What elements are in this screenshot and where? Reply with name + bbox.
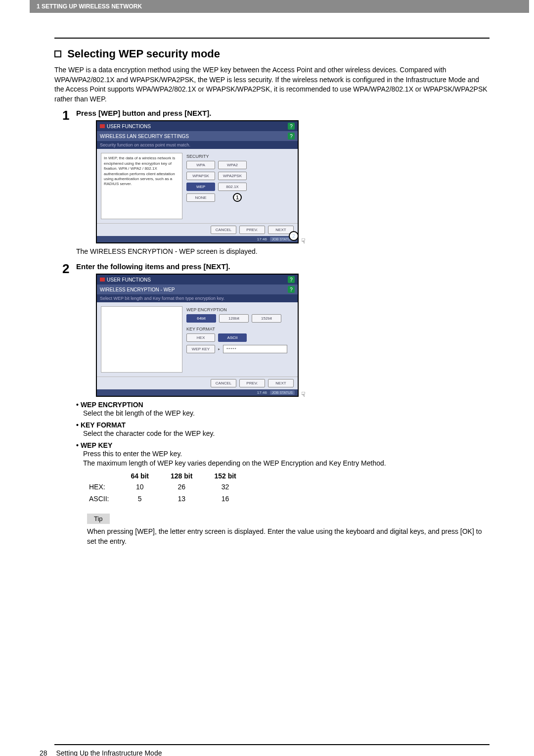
job-status-button[interactable]: JOB STATUS [270,390,295,395]
key-format-label: KEY FORMAT [186,327,294,331]
wep-key-text-2: The maximum length of WEP key varies dep… [83,459,490,468]
step-2-number: 2 [62,262,76,546]
help-icon[interactable]: ? [288,133,295,140]
chevron-right-icon: ▸ [218,347,220,351]
wep-encryption-label: WEP ENCRYPTION [186,307,294,312]
hex-152: 32 [203,481,247,493]
footer-title: Setting Up the Infrastructure Mode [56,749,162,756]
section-title: Selecting WEP security mode [54,47,490,60]
wep-encryption-screen: USER FUNCTIONS ? WIRELESS ENCRYPTION - W… [96,274,299,397]
wep-key-length-table: 64 bit 128 bit 152 bit HEX: 10 26 32 ASC… [89,471,247,505]
ascii-64: 5 [120,493,160,505]
screen-footer: CANCEL PREV. NEXT [97,377,298,389]
screen-left-blank [101,306,182,373]
row-ascii-label: ASCII: [89,493,120,505]
status-time: 17:46 [257,390,267,395]
prev-button[interactable]: PREV. [239,226,265,234]
page-footer: 28 Setting Up the Infrastructure Mode [40,749,534,756]
wep-key-heading: WEP KEY [81,441,112,449]
screen-titlebar: USER FUNCTIONS ? [97,275,298,284]
hex-128: 26 [160,481,203,493]
table-row: HEX: 10 26 32 [89,481,247,493]
list-item: •WEP KEY Press this to enter the WEP key… [76,441,490,468]
row-hex-label: HEX: [89,481,120,493]
ascii-button[interactable]: ASCII [218,333,247,342]
help-icon[interactable]: ? [288,276,295,283]
hex-button[interactable]: HEX [186,333,215,342]
security-label: SECURITY [186,154,294,159]
enc-64bit-button[interactable]: 64bit [186,314,216,323]
bullet-icon: • [76,401,79,409]
template-icon [100,124,105,128]
enc-128bit-button[interactable]: 128bit [219,314,249,323]
key-format-heading: KEY FORMAT [81,421,126,429]
step-1: 1 Press [WEP] button and press [NEXT]. U… [62,109,490,257]
wep-encryption-text: Select the bit length of the WEP key. [83,409,490,418]
wpa-button[interactable]: WPA [186,161,215,169]
hand-pointer-icon: ☟ [301,237,306,245]
security-settings-screen: USER FUNCTIONS ? WIRELESS LAN SECURITY S… [96,120,299,243]
table-row: ASCII: 5 13 16 [89,493,247,505]
none-button[interactable]: NONE [186,193,215,202]
hand-pointer-icon: ☟ [301,390,306,398]
screen-subbar: WIRELESS LAN SECURITY SETTINGS ? [97,131,298,141]
wep-button[interactable]: WEP [186,183,215,191]
col-152bit: 152 bit [203,471,247,481]
ascii-152: 16 [203,493,247,505]
screen-subbar: WIRELESS ENCRYPTION - WEP ? [97,284,298,294]
bullet-icon: • [76,421,79,429]
prev-button[interactable]: PREV. [239,379,265,387]
list-item: •KEY FORMAT Select the character code fo… [76,421,490,438]
callout-2-icon: 2 [289,231,299,241]
table-header-row: 64 bit 128 bit 152 bit [89,471,247,481]
breadcrumb: 1 SETTING UP WIRELESS NETWORK [37,3,142,10]
tip-text: When pressing [WEP], the letter entry sc… [87,527,490,546]
enc-152bit-button[interactable]: 152bit [252,314,281,323]
ascii-128: 13 [160,493,203,505]
cancel-button[interactable]: CANCEL [211,379,236,387]
screen-subtitle: WIRELESS LAN SECURITY SETTINGS [100,134,189,139]
wep-key-text-1: Press this to enter the WEP key. [83,449,490,459]
screen-titlebar: USER FUNCTIONS ? [97,121,298,131]
wpapsk-button[interactable]: WPAPSK [186,172,215,180]
wpa2-button[interactable]: WPA2 [218,161,247,169]
page-number: 28 [40,749,47,756]
wep-key-value: ***** [223,345,287,353]
list-item: •WEP ENCRYPTION Select the bit length of… [76,401,490,418]
status-time: 17:46 [257,237,267,241]
callout-1-icon: 1 [233,193,242,202]
cancel-button[interactable]: CANCEL [211,226,236,234]
bottom-rule [54,744,490,745]
col-64bit: 64 bit [120,471,160,481]
tip-label: Tip [87,514,110,524]
screen-statusbar: 17:46 JOB STATUS 2 ☟ [97,236,298,242]
step-2-definition-list: •WEP ENCRYPTION Select the bit length of… [76,401,490,468]
screen-title: USER FUNCTIONS [107,124,151,129]
help-icon[interactable]: ? [288,123,295,130]
hex-64: 10 [120,481,160,493]
next-button[interactable]: NEXT [268,379,294,387]
checkbox-bullet-icon [54,50,61,57]
col-128bit: 128 bit [160,471,203,481]
help-icon[interactable]: ? [288,286,295,293]
step-2: 2 Enter the following items and press [N… [62,262,490,546]
wep-key-button[interactable]: WEP KEY [186,345,215,353]
section-title-text: Selecting WEP security mode [67,47,220,60]
screen-description: In WEP, the data of a wireless network i… [101,153,182,219]
template-icon [100,278,105,282]
step-1-number: 1 [62,109,76,257]
step-1-title: Press [WEP] button and press [NEXT]. [76,109,490,117]
screen-statusbar: 17:46 JOB STATUS ☟ [97,389,298,396]
wpa2psk-button[interactable]: WPA2PSK [218,172,247,180]
screen-subtitle: WIRELESS ENCRYPTION - WEP [100,287,175,292]
step-1-after-note: The WIRELESS ENCRYPTION - WEP screen is … [76,247,490,255]
top-rule [54,38,490,39]
key-format-text: Select the character code for the WEP ke… [83,429,490,438]
page-header: 1 SETTING UP WIRELESS NETWORK [30,0,529,13]
8021x-button[interactable]: 802.1X [218,183,247,191]
screen-footer: CANCEL PREV. NEXT [97,223,298,236]
screen-title: USER FUNCTIONS [107,277,151,283]
wep-encryption-heading: WEP ENCRYPTION [81,401,143,409]
bullet-icon: • [76,441,79,449]
section-intro: The WEP is a data encryption method usin… [54,65,490,104]
